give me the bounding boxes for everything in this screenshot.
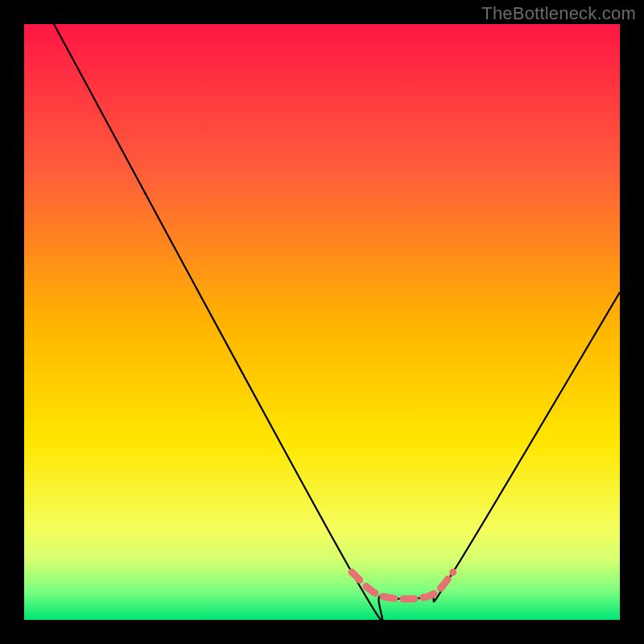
attribution-watermark: TheBottleneck.com — [481, 3, 636, 24]
chart-container: TheBottleneck.com — [0, 0, 644, 644]
bottleneck-chart — [0, 0, 644, 644]
plot-background — [24, 24, 620, 620]
